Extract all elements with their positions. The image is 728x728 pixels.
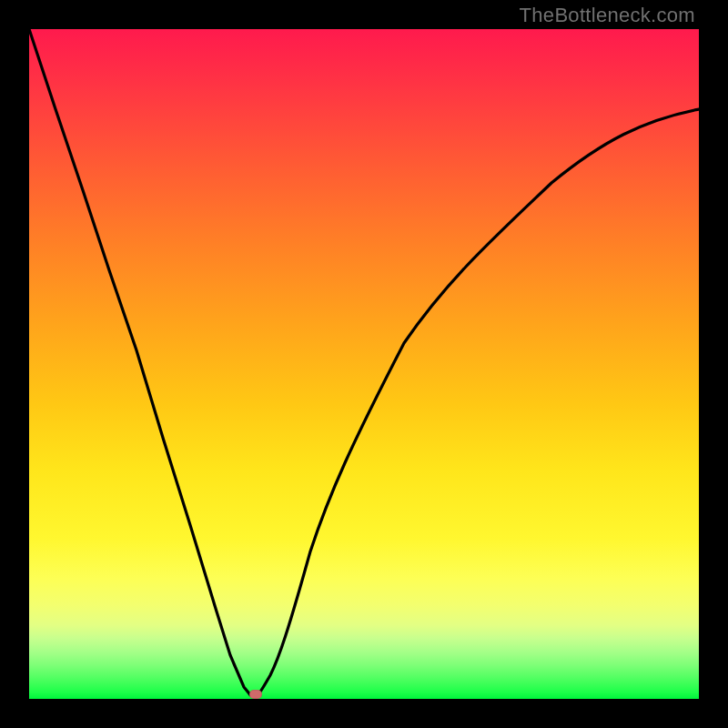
curve-svg <box>29 29 699 699</box>
optimum-marker <box>249 690 262 699</box>
plot-area <box>29 29 699 699</box>
watermark-text: TheBottleneck.com <box>520 4 695 27</box>
chart-frame: TheBottleneck.com <box>0 0 728 728</box>
bottleneck-curve <box>29 29 699 698</box>
